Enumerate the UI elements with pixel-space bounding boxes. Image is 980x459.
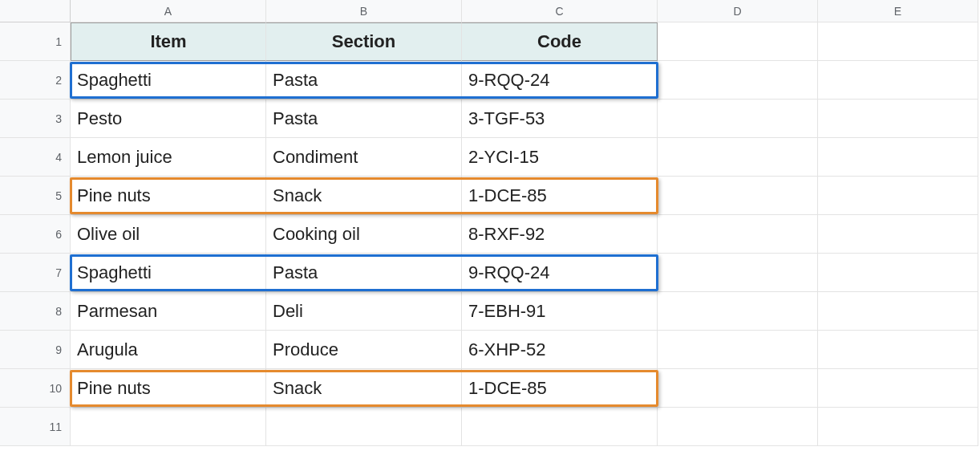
cell-D10[interactable]: [658, 369, 818, 408]
cell-A3[interactable]: Pesto: [71, 100, 266, 138]
cell-D2[interactable]: [658, 61, 818, 100]
cell-A5[interactable]: Pine nuts: [71, 177, 266, 215]
select-all-corner[interactable]: [0, 0, 71, 22]
cell-A11[interactable]: [71, 408, 266, 446]
row-header-8[interactable]: 8: [0, 292, 71, 331]
cell-D5[interactable]: [658, 177, 818, 215]
cell-A4[interactable]: Lemon juice: [71, 138, 266, 177]
cell-A9[interactable]: Arugula: [71, 331, 266, 369]
cell-C11[interactable]: [462, 408, 658, 446]
cell-B9[interactable]: Produce: [266, 331, 462, 369]
cell-A10[interactable]: Pine nuts: [71, 369, 266, 408]
row-header-9[interactable]: 9: [0, 331, 71, 369]
cell-B4[interactable]: Condiment: [266, 138, 462, 177]
cell-A6[interactable]: Olive oil: [71, 215, 266, 254]
cell-D3[interactable]: [658, 100, 818, 138]
cell-C6[interactable]: 8-RXF-92: [462, 215, 658, 254]
cell-E3[interactable]: [818, 100, 978, 138]
cell-B7[interactable]: Pasta: [266, 254, 462, 292]
cell-E11[interactable]: [818, 408, 978, 446]
cell-C7[interactable]: 9-RQQ-24: [462, 254, 658, 292]
cell-D11[interactable]: [658, 408, 818, 446]
cell-C5[interactable]: 1-DCE-85: [462, 177, 658, 215]
row-header-11[interactable]: 11: [0, 408, 71, 446]
row-header-7[interactable]: 7: [0, 254, 71, 292]
cell-D8[interactable]: [658, 292, 818, 331]
row-header-5[interactable]: 5: [0, 177, 71, 215]
row-header-1[interactable]: 1: [0, 22, 71, 61]
row-header-10[interactable]: 10: [0, 369, 71, 408]
cell-B3[interactable]: Pasta: [266, 100, 462, 138]
cell-C8[interactable]: 7-EBH-91: [462, 292, 658, 331]
cell-C10[interactable]: 1-DCE-85: [462, 369, 658, 408]
cell-E4[interactable]: [818, 138, 978, 177]
col-header-A[interactable]: A: [71, 0, 266, 22]
cell-B11[interactable]: [266, 408, 462, 446]
cell-E1[interactable]: [818, 22, 978, 61]
cell-E10[interactable]: [818, 369, 978, 408]
col-header-B[interactable]: B: [266, 0, 462, 22]
cell-B2[interactable]: Pasta: [266, 61, 462, 100]
cell-D9[interactable]: [658, 331, 818, 369]
spreadsheet-grid[interactable]: ABCDE1234567891011ItemSectionCodeSpaghet…: [0, 0, 980, 459]
cell-E6[interactable]: [818, 215, 978, 254]
cell-E8[interactable]: [818, 292, 978, 331]
cell-E2[interactable]: [818, 61, 978, 100]
cell-C3[interactable]: 3-TGF-53: [462, 100, 658, 138]
row-header-3[interactable]: 3: [0, 100, 71, 138]
cell-C4[interactable]: 2-YCI-15: [462, 138, 658, 177]
cell-D6[interactable]: [658, 215, 818, 254]
cell-C1[interactable]: Code: [462, 22, 658, 61]
cell-D7[interactable]: [658, 254, 818, 292]
cell-B8[interactable]: Deli: [266, 292, 462, 331]
cell-A1[interactable]: Item: [71, 22, 266, 61]
cell-A2[interactable]: Spaghetti: [71, 61, 266, 100]
cell-B6[interactable]: Cooking oil: [266, 215, 462, 254]
cell-B1[interactable]: Section: [266, 22, 462, 61]
row-header-4[interactable]: 4: [0, 138, 71, 177]
cell-B10[interactable]: Snack: [266, 369, 462, 408]
row-header-6[interactable]: 6: [0, 215, 71, 254]
cell-C9[interactable]: 6-XHP-52: [462, 331, 658, 369]
cell-D1[interactable]: [658, 22, 818, 61]
cell-A7[interactable]: Spaghetti: [71, 254, 266, 292]
col-header-C[interactable]: C: [462, 0, 658, 22]
cell-E7[interactable]: [818, 254, 978, 292]
cell-B5[interactable]: Snack: [266, 177, 462, 215]
cell-A8[interactable]: Parmesan: [71, 292, 266, 331]
row-header-2[interactable]: 2: [0, 61, 71, 100]
cell-E5[interactable]: [818, 177, 978, 215]
col-header-E[interactable]: E: [818, 0, 978, 22]
cell-D4[interactable]: [658, 138, 818, 177]
cell-C2[interactable]: 9-RQQ-24: [462, 61, 658, 100]
col-header-D[interactable]: D: [658, 0, 818, 22]
cell-E9[interactable]: [818, 331, 978, 369]
